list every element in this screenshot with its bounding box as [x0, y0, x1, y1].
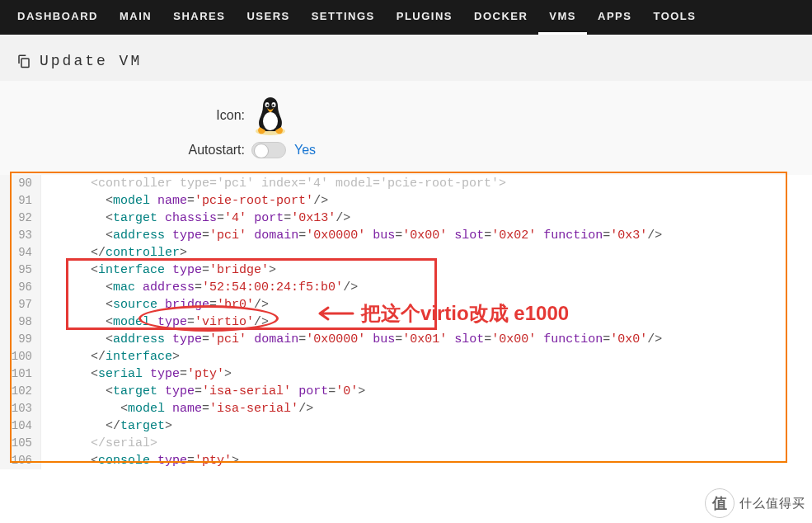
svg-rect-0	[21, 59, 29, 68]
code-line: 90 <controller type='pci' index='4' mode…	[0, 175, 812, 192]
code-text: <target chassis='4' port='0x13'/>	[41, 210, 350, 227]
code-text: <console type='pty'>	[41, 452, 239, 469]
code-text: </target>	[41, 417, 172, 435]
code-text: </interface>	[41, 348, 180, 365]
code-line: 102 <target type='isa-serial' port='0'>	[0, 383, 812, 400]
line-number: 106	[0, 452, 41, 469]
code-line: 92 <target chassis='4' port='0x13'/>	[0, 210, 812, 227]
nav-dashboard[interactable]: DASHBOARD	[7, 0, 109, 35]
code-line: 104 </target>	[0, 417, 812, 435]
page-title: Update VM	[40, 53, 142, 69]
nav-tools[interactable]: TOOLS	[642, 0, 706, 35]
line-number: 100	[0, 348, 41, 365]
nav-users[interactable]: USERS	[236, 0, 300, 35]
linux-penguin-icon[interactable]	[251, 94, 289, 137]
watermark-badge: 值	[705, 488, 735, 518]
nav-apps[interactable]: APPS	[587, 0, 642, 35]
code-line: 96 <mac address='52:54:00:24:f5:b0'/>	[0, 279, 812, 296]
code-text: <mac address='52:54:00:24:f5:b0'/>	[41, 279, 358, 296]
line-number: 105	[0, 435, 41, 452]
nav-docker[interactable]: DOCKER	[463, 0, 538, 35]
arrow-left-icon	[313, 304, 354, 323]
code-text: <source bridge='br0'/>	[41, 296, 269, 313]
annotation-text: 把这个virtio改成 e1000	[361, 300, 569, 327]
line-number: 99	[0, 331, 41, 348]
code-line: 105 </serial>	[0, 435, 812, 452]
code-text: </controller>	[41, 244, 187, 262]
top-navbar: DASHBOARDMAINSHARESUSERSSETTINGSPLUGINSD…	[0, 0, 812, 35]
line-number: 95	[0, 262, 41, 279]
code-line: 91 <model name='pcie-root-port'/>	[0, 192, 812, 210]
code-text: <controller type='pci' index='4' model='…	[41, 175, 506, 192]
line-number: 96	[0, 279, 41, 296]
code-line: 100 </interface>	[0, 348, 812, 365]
code-text: <address type='pci' domain='0x0000' bus=…	[41, 331, 662, 348]
code-text: <model name='isa-serial'/>	[41, 400, 313, 417]
annotation: 把这个virtio改成 e1000	[313, 300, 569, 327]
autostart-row: Autostart: Yes	[0, 142, 812, 158]
line-number: 94	[0, 244, 41, 262]
autostart-toggle[interactable]	[251, 142, 286, 158]
icon-label: Icon:	[0, 108, 251, 123]
nav-main[interactable]: MAIN	[109, 0, 162, 35]
line-number: 104	[0, 417, 41, 435]
code-text: <interface type='bridge'>	[41, 262, 276, 279]
autostart-label: Autostart:	[0, 143, 251, 158]
line-number: 92	[0, 210, 41, 227]
line-number: 97	[0, 296, 41, 313]
form-area: Icon: Autostart: Yes	[0, 81, 812, 175]
line-number: 98	[0, 313, 41, 331]
page-header: Update VM	[0, 35, 812, 81]
line-number: 101	[0, 365, 41, 383]
code-line: 94 </controller>	[0, 244, 812, 262]
line-number: 103	[0, 400, 41, 417]
code-text: <serial type='pty'>	[41, 365, 232, 383]
code-line: 103 <model name='isa-serial'/>	[0, 400, 812, 417]
line-number: 102	[0, 383, 41, 400]
code-text: <target type='isa-serial' port='0'>	[41, 383, 365, 400]
line-number: 91	[0, 192, 41, 210]
watermark-text: 什么值得买	[739, 496, 805, 511]
code-text: <model type='virtio'/>	[41, 313, 269, 331]
code-line: 93 <address type='pci' domain='0x0000' b…	[0, 227, 812, 244]
autostart-value: Yes	[294, 143, 316, 158]
code-area: 把这个virtio改成 e1000 90 <controller type='p…	[0, 175, 812, 469]
code-text: </serial>	[41, 435, 157, 452]
nav-vms[interactable]: VMS	[538, 0, 587, 35]
nav-settings[interactable]: SETTINGS	[301, 0, 386, 35]
nav-plugins[interactable]: PLUGINS	[386, 0, 463, 35]
watermark: 值 什么值得买	[705, 488, 805, 518]
svg-point-5	[266, 104, 268, 106]
code-line: 101 <serial type='pty'>	[0, 365, 812, 383]
line-number: 93	[0, 227, 41, 244]
copy-icon	[16, 53, 31, 69]
svg-point-2	[263, 112, 278, 130]
nav-shares[interactable]: SHARES	[162, 0, 236, 35]
code-line: 99 <address type='pci' domain='0x0000' b…	[0, 331, 812, 348]
code-line: 95 <interface type='bridge'>	[0, 262, 812, 279]
svg-point-6	[272, 104, 274, 106]
code-line: 106 <console type='pty'>	[0, 452, 812, 469]
code-text: <address type='pci' domain='0x0000' bus=…	[41, 227, 662, 244]
line-number: 90	[0, 175, 41, 192]
icon-row: Icon:	[0, 94, 812, 137]
code-text: <model name='pcie-root-port'/>	[41, 192, 328, 210]
